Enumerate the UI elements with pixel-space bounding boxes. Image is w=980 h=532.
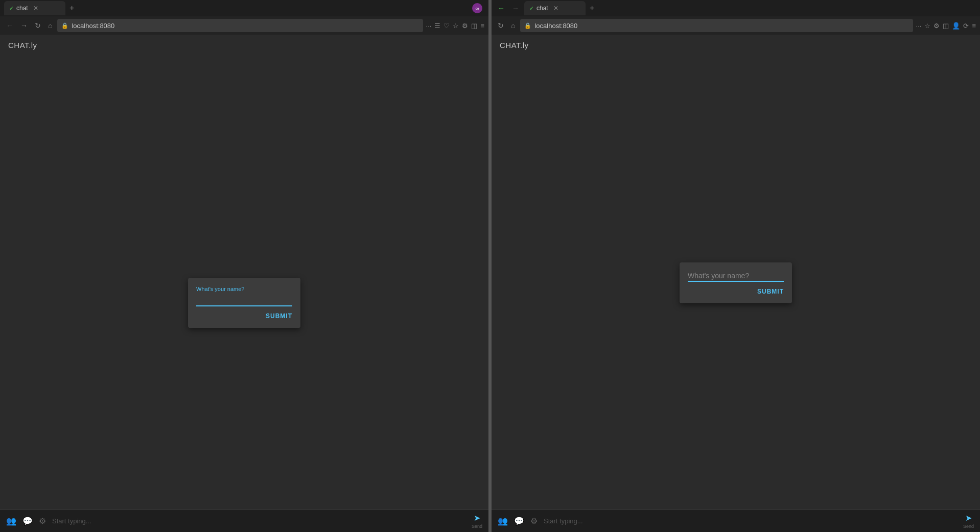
left-address-bar[interactable]: 🔒 localhost:8080: [57, 19, 423, 32]
left-more-button[interactable]: ···: [426, 22, 432, 30]
right-container-icon[interactable]: ◫: [943, 22, 949, 30]
right-forward-button[interactable]: →: [510, 3, 521, 13]
left-url-text: localhost:8080: [72, 22, 418, 30]
right-users-icon[interactable]: 👥: [498, 516, 508, 526]
right-lock-icon: 🔒: [524, 22, 531, 29]
left-bottom-bar: 👥 💬 ⚙ ➤ Send: [0, 510, 488, 532]
right-sync-icon[interactable]: ⟳: [963, 22, 969, 30]
left-home-button[interactable]: ⌂: [46, 20, 54, 31]
right-reload-button[interactable]: ↻: [496, 20, 506, 31]
left-back-button[interactable]: ←: [4, 20, 15, 31]
right-back-button[interactable]: ←: [496, 3, 507, 13]
right-name-input[interactable]: [688, 271, 784, 282]
left-bookmark-icon[interactable]: ♡: [444, 22, 450, 30]
right-address-bar[interactable]: 🔒 localhost:8080: [520, 19, 913, 32]
right-nav-bar: ↻ ⌂ 🔒 localhost:8080 ··· ☆ ⚙ ◫ 👤 ⟳ ≡: [492, 16, 980, 35]
right-send-area: ➤ Send: [963, 513, 974, 529]
right-url-text: localhost:8080: [534, 22, 908, 30]
right-tab-favicon: ✓: [529, 6, 533, 11]
left-container-icon[interactable]: ◫: [471, 22, 477, 30]
left-message-input[interactable]: [52, 517, 465, 525]
left-app-header: CHAT.ly: [0, 35, 488, 56]
right-title-bar: ← → ✓ chat ✕ +: [492, 0, 980, 16]
right-app-title: CHAT.ly: [500, 41, 529, 50]
right-name-dialog: SUBMIT: [680, 262, 792, 303]
left-nav-tools: ··· ☰ ♡ ☆ ⚙ ◫ ≡: [426, 22, 484, 30]
right-tab-close-button[interactable]: ✕: [553, 5, 558, 12]
left-users-icon[interactable]: 👥: [6, 516, 16, 526]
left-active-tab[interactable]: ✓ chat ✕: [4, 1, 65, 15]
right-browser-pane: ← → ✓ chat ✕ + ↻ ⌂ 🔒 localhost:8080 ··· …: [492, 0, 980, 532]
left-app-area: CHAT.ly What's your name? SUBMIT 👥 💬 ⚙ ➤…: [0, 35, 488, 532]
left-forward-button[interactable]: →: [18, 20, 30, 31]
right-submit-button[interactable]: SUBMIT: [757, 288, 784, 295]
left-star-icon[interactable]: ☆: [453, 22, 459, 30]
right-active-tab[interactable]: ✓ chat ✕: [524, 1, 586, 15]
right-tab-title: chat: [536, 5, 548, 12]
right-menu-icon[interactable]: ≡: [972, 22, 976, 30]
left-browser-pane: ✓ chat ✕ + ∞ ← → ↻ ⌂ 🔒 localhost:8080 ··…: [0, 0, 490, 532]
right-new-tab-button[interactable]: +: [590, 4, 594, 13]
left-menu-icon[interactable]: ≡: [480, 22, 484, 30]
right-tools-icon[interactable]: ⚙: [934, 22, 940, 30]
left-sync-icon: ∞: [472, 3, 482, 13]
left-send-button[interactable]: ➤: [474, 513, 480, 523]
left-settings-icon[interactable]: ⚙: [39, 516, 46, 526]
right-users-icon-nav[interactable]: 👤: [952, 22, 960, 30]
left-send-area: ➤ Send: [472, 513, 482, 529]
left-tab-favicon: ✓: [9, 6, 13, 11]
right-chat-bubble-icon[interactable]: 💬: [514, 516, 524, 526]
left-submit-button[interactable]: SUBMIT: [266, 312, 292, 320]
left-reader-icon[interactable]: ☰: [434, 22, 440, 30]
right-app-header: CHAT.ly: [492, 35, 980, 56]
left-tools-icon[interactable]: ⚙: [462, 22, 468, 30]
right-chat-content: SUBMIT: [492, 56, 980, 510]
left-app-title: CHAT.ly: [8, 41, 37, 50]
right-nav-tools: ··· ☆ ⚙ ◫ 👤 ⟳ ≡: [916, 22, 976, 30]
right-home-button[interactable]: ⌂: [509, 20, 517, 31]
right-app-area: CHAT.ly SUBMIT 👥 💬 ⚙ ➤ Send: [492, 35, 980, 532]
right-bookmark-icon[interactable]: ☆: [924, 22, 930, 30]
left-name-input[interactable]: [196, 295, 292, 306]
left-dialog-submit-area: SUBMIT: [196, 312, 292, 320]
left-chat-bubble-icon[interactable]: 💬: [22, 516, 33, 526]
left-title-bar: ✓ chat ✕ + ∞: [0, 0, 488, 16]
left-tab-close-button[interactable]: ✕: [33, 5, 38, 12]
right-message-input[interactable]: [544, 517, 957, 525]
left-reload-button[interactable]: ↻: [33, 20, 43, 31]
left-nav-bar: ← → ↻ ⌂ 🔒 localhost:8080 ··· ☰ ♡ ☆ ⚙ ◫ ≡: [0, 16, 488, 35]
left-name-dialog: What's your name? SUBMIT: [188, 278, 300, 328]
left-send-label: Send: [472, 524, 482, 529]
right-dialog-submit-area: SUBMIT: [688, 288, 784, 295]
right-send-button[interactable]: ➤: [965, 513, 972, 523]
right-more-button[interactable]: ···: [916, 22, 922, 30]
left-new-tab-button[interactable]: +: [69, 4, 74, 13]
left-lock-icon: 🔒: [61, 22, 68, 29]
left-dialog-label: What's your name?: [196, 286, 292, 292]
right-send-label: Send: [963, 524, 974, 529]
left-chat-content: What's your name? SUBMIT: [0, 56, 488, 510]
right-bottom-bar: 👥 💬 ⚙ ➤ Send: [492, 510, 980, 532]
right-settings-icon[interactable]: ⚙: [530, 516, 538, 526]
left-tab-title: chat: [16, 5, 28, 12]
